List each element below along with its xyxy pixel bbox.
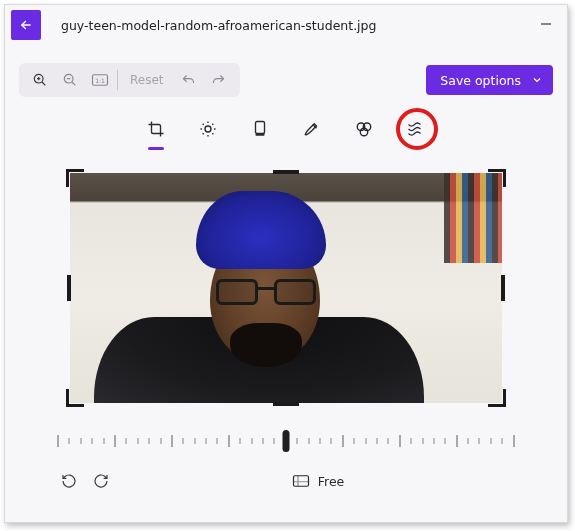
minimize-icon <box>540 18 552 30</box>
crop-icon <box>147 120 165 138</box>
crop-handle-right[interactable] <box>501 275 505 301</box>
save-options-label: Save options <box>440 73 521 88</box>
crop-handle-bl[interactable] <box>66 389 84 407</box>
redo-icon <box>211 73 226 88</box>
svg-line-7 <box>72 82 75 85</box>
aspect-ratio-dropdown[interactable]: Free <box>292 474 345 489</box>
save-options-button[interactable]: Save options <box>426 65 553 95</box>
photo-beard <box>230 323 302 367</box>
zoom-in-icon <box>32 72 48 88</box>
straighten-handle[interactable] <box>283 430 290 452</box>
zoom-in-button[interactable] <box>25 65 55 95</box>
undo-button[interactable] <box>174 65 204 95</box>
tool-markup[interactable] <box>298 115 326 143</box>
crop-handle-top[interactable] <box>273 170 299 174</box>
rotate-ccw-button[interactable] <box>57 469 81 493</box>
rotate-cw-icon <box>93 473 109 489</box>
back-button[interactable] <box>11 10 41 40</box>
window-minimize-button[interactable] <box>531 17 561 33</box>
tool-background[interactable] <box>402 115 430 143</box>
aspect-ratio-label: Free <box>318 474 345 489</box>
title-bar: guy-teen-model-random-afroamerican-stude… <box>5 5 567 45</box>
filename-label: guy-teen-model-random-afroamerican-stude… <box>61 18 376 33</box>
svg-rect-21 <box>256 134 265 136</box>
photo-preview <box>70 173 502 403</box>
tool-adjustment[interactable] <box>194 115 222 143</box>
editor-tool-strip <box>5 115 567 143</box>
crop-handle-bottom[interactable] <box>273 402 299 406</box>
reset-button[interactable]: Reset <box>120 73 174 87</box>
svg-text:1:1: 1:1 <box>95 77 105 84</box>
filter-icon <box>252 120 268 138</box>
svg-rect-20 <box>256 122 265 134</box>
retouch-icon <box>355 120 373 138</box>
zoom-out-icon <box>62 72 78 88</box>
rotate-cw-button[interactable] <box>89 469 113 493</box>
background-blur-icon <box>407 120 425 138</box>
aspect-icon <box>292 474 310 488</box>
crop-handle-tl[interactable] <box>66 169 84 187</box>
zoom-out-button[interactable] <box>55 65 85 95</box>
svg-point-11 <box>205 126 211 132</box>
tool-filter[interactable] <box>246 115 274 143</box>
crop-canvas[interactable] <box>70 173 502 403</box>
crop-handle-left[interactable] <box>67 275 71 301</box>
zoom-fit-button[interactable]: 1:1 <box>85 65 115 95</box>
zoom-group: 1:1 Reset <box>19 63 240 97</box>
tool-crop[interactable] <box>142 115 170 143</box>
svg-line-15 <box>212 133 213 134</box>
svg-rect-25 <box>293 476 308 487</box>
tool-retouch[interactable] <box>350 115 378 143</box>
photo-glasses <box>216 279 316 307</box>
crop-handle-br[interactable] <box>488 389 506 407</box>
undo-icon <box>181 73 196 88</box>
fit-icon: 1:1 <box>91 73 109 87</box>
svg-line-3 <box>42 82 45 85</box>
pen-icon <box>303 120 321 138</box>
chevron-down-icon <box>531 74 543 86</box>
rotate-ccw-icon <box>61 473 77 489</box>
brightness-icon <box>199 120 217 138</box>
straighten-slider[interactable] <box>57 429 515 453</box>
svg-line-14 <box>203 124 204 125</box>
top-toolbar: 1:1 Reset Save options <box>5 63 567 97</box>
arrow-left-icon <box>19 18 33 32</box>
photo-beanie <box>196 191 326 269</box>
photo-editor-window: guy-teen-model-random-afroamerican-stude… <box>4 4 568 523</box>
bottom-controls: Free <box>5 469 567 493</box>
crop-handle-tr[interactable] <box>488 169 506 187</box>
svg-line-18 <box>203 133 204 134</box>
redo-button[interactable] <box>204 65 234 95</box>
toolbar-separator <box>117 70 118 90</box>
svg-line-19 <box>212 124 213 125</box>
